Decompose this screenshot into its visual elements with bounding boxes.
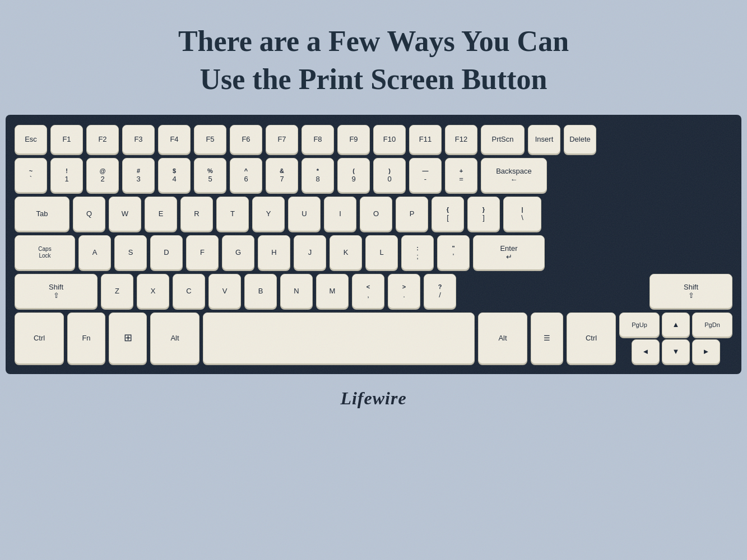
key-f8[interactable]: F8 <box>301 125 334 154</box>
number-row: ~ ` ! 1 @ 2 # 3 $ 4 % 5 <box>15 158 732 193</box>
key-menu[interactable]: ☰ <box>531 312 563 364</box>
key-quote[interactable]: " ' <box>437 235 470 270</box>
key-semicolon[interactable]: : ; <box>401 235 434 270</box>
key-f7[interactable]: F7 <box>266 125 298 154</box>
fn-key-row: Esc F1 F2 F3 F4 F5 F6 F7 F8 F9 F10 F11 F… <box>15 125 732 154</box>
key-x[interactable]: X <box>137 274 169 309</box>
key-right[interactable]: ► <box>692 339 720 364</box>
key-alt-right[interactable]: Alt <box>478 312 527 364</box>
key-5[interactable]: % 5 <box>194 158 226 193</box>
key-f10[interactable]: F10 <box>373 125 406 154</box>
key-pgup[interactable]: PgUp <box>619 312 660 337</box>
key-delete[interactable]: Delete <box>564 125 596 154</box>
key-f5[interactable]: F5 <box>194 125 226 154</box>
key-f4[interactable]: F4 <box>158 125 191 154</box>
key-pipe[interactable]: | \ <box>503 197 541 231</box>
key-h[interactable]: H <box>258 235 290 270</box>
key-4[interactable]: $ 4 <box>158 158 191 193</box>
key-lbracket[interactable]: { [ <box>432 197 464 231</box>
key-shift-left[interactable]: Shift ⇧ <box>15 274 98 309</box>
key-spacebar[interactable] <box>203 312 475 364</box>
key-capslock[interactable]: Caps Lock <box>15 235 75 270</box>
key-v[interactable]: V <box>208 274 241 309</box>
brand-logo: Lifewire <box>0 374 747 420</box>
key-m[interactable]: M <box>316 274 349 309</box>
key-a[interactable]: A <box>78 235 111 270</box>
key-j[interactable]: J <box>294 235 326 270</box>
key-up[interactable]: ▲ <box>662 312 690 337</box>
key-alt-left[interactable]: Alt <box>150 312 199 364</box>
key-equals[interactable]: + = <box>445 158 477 193</box>
key-f11[interactable]: F11 <box>409 125 442 154</box>
key-y[interactable]: Y <box>252 197 285 231</box>
key-n[interactable]: N <box>280 274 313 309</box>
bottom-row: Ctrl Fn ⊞ Alt Alt ☰ Ctrl PgUp ▲ PgDn ◄ ▼ <box>15 312 732 364</box>
key-9[interactable]: ( 9 <box>337 158 370 193</box>
key-l[interactable]: L <box>365 235 398 270</box>
key-s[interactable]: S <box>114 235 147 270</box>
key-q[interactable]: Q <box>73 197 105 231</box>
key-backtick[interactable]: ~ ` <box>15 158 47 193</box>
key-r[interactable]: R <box>180 197 213 231</box>
key-g[interactable]: G <box>222 235 254 270</box>
shift-row: Shift ⇧ Z X C V B N M < , > . ? / Shif <box>15 274 732 309</box>
key-w[interactable]: W <box>109 197 141 231</box>
key-d[interactable]: D <box>150 235 183 270</box>
key-b[interactable]: B <box>244 274 277 309</box>
asdf-row: Caps Lock A S D F G H J K L : ; " ' Ente… <box>15 235 732 270</box>
key-0[interactable]: ) 0 <box>373 158 406 193</box>
page-title: There are a Few Ways You Can Use the Pri… <box>0 0 747 115</box>
key-esc[interactable]: Esc <box>15 125 47 154</box>
key-f[interactable]: F <box>186 235 219 270</box>
key-prtscn[interactable]: PrtScn <box>481 125 525 154</box>
key-backspace[interactable]: Backspace ← <box>481 158 547 193</box>
key-period[interactable]: > . <box>388 274 420 309</box>
key-z[interactable]: Z <box>101 274 133 309</box>
key-p[interactable]: P <box>396 197 428 231</box>
key-insert[interactable]: Insert <box>528 125 560 154</box>
key-comma[interactable]: < , <box>352 274 384 309</box>
key-t[interactable]: T <box>216 197 249 231</box>
key-u[interactable]: U <box>288 197 321 231</box>
key-f3[interactable]: F3 <box>122 125 155 154</box>
key-i[interactable]: I <box>324 197 356 231</box>
key-1[interactable]: ! 1 <box>50 158 83 193</box>
key-shift-right[interactable]: Shift ⇧ <box>649 274 732 309</box>
key-f12[interactable]: F12 <box>445 125 477 154</box>
key-tab[interactable]: Tab <box>15 197 69 231</box>
key-enter[interactable]: Enter ↵ <box>473 235 545 270</box>
key-f1[interactable]: F1 <box>50 125 83 154</box>
key-7[interactable]: & 7 <box>266 158 298 193</box>
key-o[interactable]: O <box>360 197 392 231</box>
key-2[interactable]: @ 2 <box>86 158 119 193</box>
key-e[interactable]: E <box>145 197 177 231</box>
key-f2[interactable]: F2 <box>86 125 119 154</box>
key-windows[interactable]: ⊞ <box>109 312 147 364</box>
key-down[interactable]: ▼ <box>662 339 690 364</box>
key-left[interactable]: ◄ <box>632 339 660 364</box>
key-pgdn[interactable]: PgDn <box>692 312 732 337</box>
key-fn[interactable]: Fn <box>67 312 105 364</box>
key-k[interactable]: K <box>330 235 362 270</box>
key-ctrl-left[interactable]: Ctrl <box>15 312 64 364</box>
key-f6[interactable]: F6 <box>230 125 262 154</box>
key-slash[interactable]: ? / <box>424 274 456 309</box>
key-c[interactable]: C <box>173 274 205 309</box>
keyboard: Esc F1 F2 F3 F4 F5 F6 F7 F8 F9 F10 F11 F… <box>6 115 741 374</box>
key-3[interactable]: # 3 <box>122 158 155 193</box>
key-8[interactable]: * 8 <box>301 158 334 193</box>
key-minus[interactable]: — - <box>409 158 442 193</box>
key-6[interactable]: ^ 6 <box>230 158 262 193</box>
key-ctrl-right[interactable]: Ctrl <box>567 312 616 364</box>
key-rbracket[interactable]: } ] <box>467 197 500 231</box>
key-f9[interactable]: F9 <box>337 125 370 154</box>
nav-cluster: PgUp ▲ PgDn ◄ ▼ ► <box>619 312 732 364</box>
qwerty-row: Tab Q W E R T Y U I O P { [ } ] | \ <box>15 197 732 231</box>
